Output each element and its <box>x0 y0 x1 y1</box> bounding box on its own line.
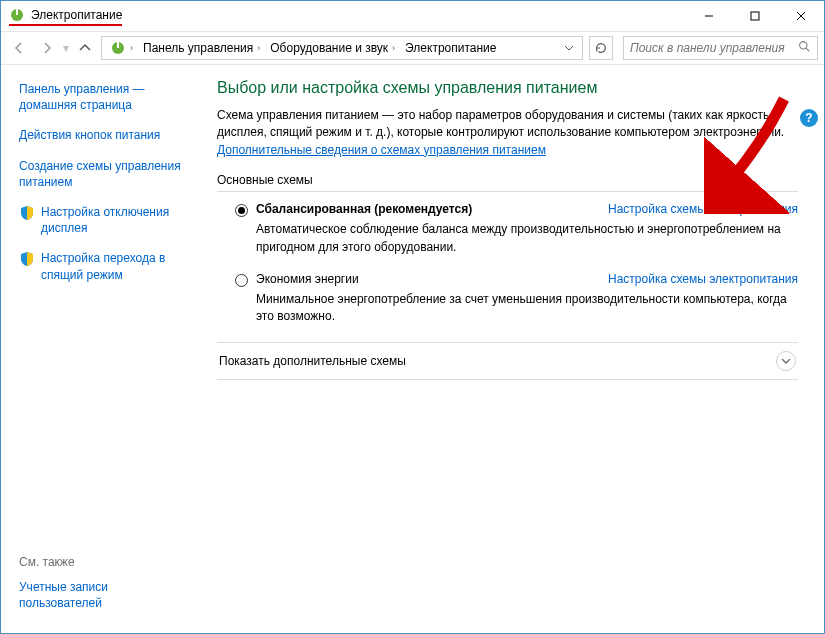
radio-balanced[interactable] <box>235 204 248 217</box>
breadcrumb-home-icon[interactable]: › <box>106 40 137 56</box>
search-input[interactable] <box>630 41 798 55</box>
svg-rect-1 <box>16 9 18 15</box>
show-additional-plans[interactable]: Показать дополнительные схемы <box>217 342 798 380</box>
plan-balanced-desc: Автоматическое соблюдение баланса между … <box>256 221 798 256</box>
maximize-button[interactable] <box>732 1 778 31</box>
shield-icon <box>19 251 35 267</box>
window-title: Электропитание <box>31 8 122 22</box>
plan-saver-desc: Минимальное энергопотребление за счет ум… <box>256 291 798 326</box>
page-title: Выбор или настройка схемы управления пит… <box>217 79 798 97</box>
svg-point-8 <box>800 42 807 49</box>
content: Выбор или настройка схемы управления пит… <box>201 65 824 633</box>
plan-balanced-name[interactable]: Сбалансированная (рекомендуется) <box>256 202 472 216</box>
search-icon <box>798 40 811 56</box>
body: ? Панель управления — домашняя страница … <box>1 65 824 633</box>
sidebar: Панель управления — домашняя страница Де… <box>1 65 201 633</box>
chevron-down-icon <box>776 351 796 371</box>
breadcrumb-control-panel[interactable]: Панель управления› <box>139 41 264 55</box>
plan-balanced-settings-link[interactable]: Настройка схемы электропитания <box>608 202 798 216</box>
refresh-button[interactable] <box>589 36 613 60</box>
see-also-label: См. также <box>19 555 191 569</box>
sidebar-display-off[interactable]: Настройка отключения дисплея <box>19 204 191 236</box>
minimize-button[interactable] <box>686 1 732 31</box>
shield-icon <box>19 205 35 221</box>
sidebar-user-accounts[interactable]: Учетные записи пользователей <box>19 580 108 610</box>
app-icon <box>9 7 25 23</box>
window-controls <box>686 1 824 31</box>
plan-saver-settings-link[interactable]: Настройка схемы электропитания <box>608 272 798 286</box>
sidebar-create-plan[interactable]: Создание схемы управления питанием <box>19 158 191 190</box>
plan-power-saver: Экономия энергии Настройка схемы электро… <box>235 272 798 326</box>
svg-rect-7 <box>117 42 119 48</box>
close-button[interactable] <box>778 1 824 31</box>
svg-rect-3 <box>751 12 759 20</box>
sidebar-home-link[interactable]: Панель управления — домашняя страница <box>19 81 191 113</box>
forward-button[interactable] <box>35 36 59 60</box>
up-button[interactable] <box>73 36 97 60</box>
basic-plans-label: Основные схемы <box>217 173 798 187</box>
more-info-link[interactable]: Дополнительные сведения о схемах управле… <box>217 143 546 157</box>
plan-saver-name[interactable]: Экономия энергии <box>256 272 359 286</box>
svg-line-9 <box>806 48 809 51</box>
page-description: Схема управления питанием — это набор па… <box>217 107 798 159</box>
search-box[interactable] <box>623 36 818 60</box>
radio-power-saver[interactable] <box>235 274 248 287</box>
breadcrumb[interactable]: › Панель управления› Оборудование и звук… <box>101 36 583 60</box>
sidebar-sleep-settings[interactable]: Настройка перехода в спящий режим <box>19 250 191 282</box>
address-bar: ▾ › Панель управления› Оборудование и зв… <box>1 31 824 65</box>
breadcrumb-power[interactable]: Электропитание <box>401 41 500 55</box>
breadcrumb-dropdown[interactable] <box>560 43 578 53</box>
show-more-label: Показать дополнительные схемы <box>219 354 406 368</box>
plan-balanced: Сбалансированная (рекомендуется) Настрой… <box>235 202 798 256</box>
breadcrumb-hardware[interactable]: Оборудование и звук› <box>266 41 399 55</box>
window: Электропитание ▾ › Панель управления› Об… <box>0 0 825 634</box>
titlebar: Электропитание <box>1 1 824 31</box>
nav-separator: ▾ <box>63 41 69 55</box>
back-button[interactable] <box>7 36 31 60</box>
divider <box>217 191 798 192</box>
sidebar-button-actions[interactable]: Действия кнопок питания <box>19 127 191 143</box>
